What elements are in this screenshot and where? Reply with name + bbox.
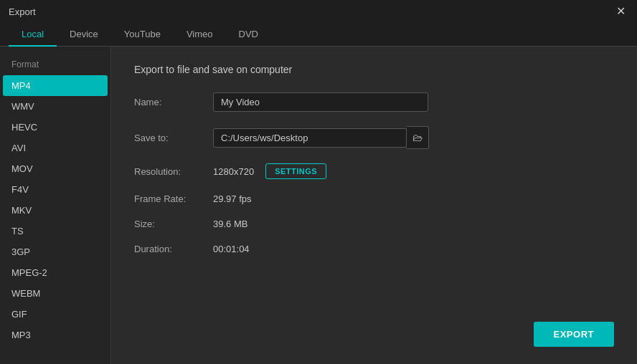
save-to-label: Save to: bbox=[134, 133, 213, 143]
format-mp4[interactable]: MP4 bbox=[3, 75, 108, 96]
tab-local[interactable]: Local bbox=[9, 23, 57, 47]
folder-button[interactable]: 🗁 bbox=[407, 126, 429, 149]
export-window: Export ✕ Local Device YouTube Vimeo DVD … bbox=[0, 0, 637, 364]
format-mov[interactable]: MOV bbox=[0, 158, 110, 179]
panel-title: Export to file and save on computer bbox=[134, 64, 614, 75]
save-to-input-group: 🗁 bbox=[213, 126, 429, 149]
format-f4v[interactable]: F4V bbox=[0, 179, 110, 200]
format-label: Format bbox=[0, 55, 110, 75]
duration-label: Duration: bbox=[134, 244, 213, 254]
frame-rate-row: Frame Rate: 29.97 fps bbox=[134, 193, 614, 204]
format-mpeg2[interactable]: MPEG-2 bbox=[0, 262, 110, 283]
close-button[interactable]: ✕ bbox=[613, 4, 628, 19]
save-to-row: Save to: 🗁 bbox=[134, 126, 614, 149]
format-3gp[interactable]: 3GP bbox=[0, 241, 110, 262]
tab-youtube[interactable]: YouTube bbox=[111, 23, 174, 47]
tab-vimeo[interactable]: Vimeo bbox=[174, 23, 226, 47]
export-button[interactable]: EXPORT bbox=[534, 322, 614, 347]
name-input[interactable] bbox=[213, 92, 428, 112]
format-gif[interactable]: GIF bbox=[0, 304, 110, 325]
sidebar: Format MP4 WMV HEVC AVI MOV F4V MKV TS 3… bbox=[0, 47, 111, 364]
resolution-group: 1280x720 SETTINGS bbox=[213, 163, 326, 179]
settings-button[interactable]: SETTINGS bbox=[265, 163, 326, 179]
title-bar: Export ✕ bbox=[0, 0, 637, 23]
content-area: Format MP4 WMV HEVC AVI MOV F4V MKV TS 3… bbox=[0, 47, 637, 364]
frame-rate-label: Frame Rate: bbox=[134, 193, 213, 204]
size-row: Size: 39.6 MB bbox=[134, 219, 614, 229]
name-row: Name: bbox=[134, 92, 614, 112]
format-mp3[interactable]: MP3 bbox=[0, 325, 110, 345]
format-hevc[interactable]: HEVC bbox=[0, 117, 110, 138]
main-panel: Export to file and save on computer Name… bbox=[111, 47, 637, 364]
size-value: 39.6 MB bbox=[213, 219, 247, 229]
tab-dvd[interactable]: DVD bbox=[226, 23, 271, 47]
name-label: Name: bbox=[134, 97, 213, 107]
format-mkv[interactable]: MKV bbox=[0, 200, 110, 221]
frame-rate-value: 29.97 fps bbox=[213, 193, 252, 204]
tab-device[interactable]: Device bbox=[57, 23, 111, 47]
resolution-label: Resolution: bbox=[134, 166, 213, 177]
save-to-input[interactable] bbox=[213, 128, 407, 148]
duration-row: Duration: 00:01:04 bbox=[134, 244, 614, 254]
resolution-value: 1280x720 bbox=[213, 166, 254, 177]
format-webm[interactable]: WEBM bbox=[0, 283, 110, 304]
format-ts[interactable]: TS bbox=[0, 221, 110, 241]
window-title: Export bbox=[9, 6, 36, 17]
duration-value: 00:01:04 bbox=[213, 244, 250, 254]
resolution-row: Resolution: 1280x720 SETTINGS bbox=[134, 163, 614, 179]
size-label: Size: bbox=[134, 219, 213, 229]
format-avi[interactable]: AVI bbox=[0, 138, 110, 158]
tab-bar: Local Device YouTube Vimeo DVD bbox=[0, 23, 637, 47]
format-wmv[interactable]: WMV bbox=[0, 96, 110, 117]
